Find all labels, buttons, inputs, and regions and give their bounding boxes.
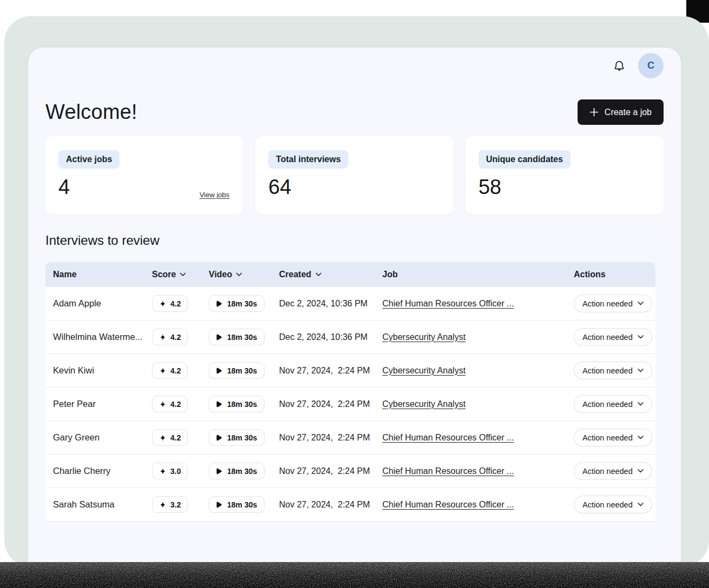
table-row: Charlie Cherry 3.0 18m 30s Nov 27, 2024,…: [45, 455, 655, 488]
column-header-job: Job: [382, 270, 574, 279]
action-needed-dropdown[interactable]: Action needed: [574, 295, 652, 312]
stat-value: 58: [479, 176, 651, 199]
table-row: Adam Apple 4.2 18m 30s Dec 2, 2024, 10:3…: [45, 287, 655, 320]
stat-value: 64: [268, 176, 440, 199]
sparkle-icon: [159, 333, 167, 341]
sparkle-icon: [159, 501, 167, 509]
score-button[interactable]: 4.2: [152, 429, 188, 446]
torn-bottom-edge: [0, 562, 709, 588]
chevron-down-icon: [638, 503, 644, 506]
video-play-button[interactable]: 18m 30s: [209, 429, 264, 446]
action-needed-dropdown[interactable]: Action needed: [574, 328, 652, 346]
job-link[interactable]: Chief Human Resources Officer ...: [382, 500, 514, 510]
column-header-actions: Actions: [574, 270, 655, 279]
stat-card-total-interviews: Total interviews 64: [255, 136, 453, 214]
score-button[interactable]: 4.2: [152, 362, 188, 379]
column-header-name: Name: [45, 270, 152, 279]
candidate-name: Peter Pear: [45, 399, 152, 409]
sparkle-icon: [159, 367, 167, 375]
play-icon: [216, 300, 222, 307]
created-timestamp: Dec 2, 2024, 10:36 PM: [279, 332, 382, 342]
video-play-button[interactable]: 18m 30s: [209, 396, 264, 412]
stat-label-badge: Active jobs: [58, 150, 120, 169]
candidate-name: Gary Green: [45, 432, 152, 443]
action-needed-dropdown[interactable]: Action needed: [574, 496, 652, 513]
score-button[interactable]: 4.2: [152, 329, 188, 345]
view-jobs-link[interactable]: View jobs: [200, 191, 229, 199]
sparkle-icon: [159, 434, 167, 442]
created-timestamp: Nov 27, 2024, 2:24 PM: [279, 399, 382, 409]
column-header-score[interactable]: Score: [152, 270, 209, 279]
score-button[interactable]: 4.2: [152, 295, 188, 312]
video-play-button[interactable]: 18m 30s: [209, 362, 264, 379]
job-link[interactable]: Chief Human Resources Officer ...: [382, 433, 514, 443]
chevron-down-icon: [638, 469, 644, 473]
table-body: Adam Apple 4.2 18m 30s Dec 2, 2024, 10:3…: [45, 287, 655, 522]
video-play-button[interactable]: 18m 30s: [209, 295, 264, 312]
play-icon: [216, 502, 222, 508]
score-button[interactable]: 3.2: [152, 496, 188, 513]
video-play-button[interactable]: 18m 30s: [209, 329, 264, 345]
play-icon: [216, 435, 222, 441]
chevron-down-icon: [638, 369, 644, 372]
job-link[interactable]: Cybersecurity Analyst: [382, 332, 466, 342]
create-job-button[interactable]: Create a job: [578, 99, 664, 125]
action-needed-dropdown[interactable]: Action needed: [574, 462, 652, 480]
table-row: Kevin Kiwi 4.2 18m 30s Nov 27, 2024, 2:2…: [45, 354, 655, 387]
plus-icon: [589, 108, 599, 117]
created-timestamp: Nov 27, 2024, 2:24 PM: [279, 466, 382, 476]
chevron-down-icon: [638, 302, 644, 305]
action-needed-dropdown[interactable]: Action needed: [574, 395, 652, 413]
video-play-button[interactable]: 18m 30s: [209, 463, 264, 479]
sort-chevron-icon: [180, 272, 186, 277]
candidate-name: Wilhelmina Waterme...: [45, 332, 152, 342]
table-row: Peter Pear 4.2 18m 30s Nov 27, 2024, 2:2…: [45, 387, 655, 421]
chevron-down-icon: [638, 335, 644, 339]
column-header-video[interactable]: Video: [209, 270, 279, 279]
stats-row: Active jobs 4 View jobs Total interviews…: [45, 136, 664, 214]
page-header: Welcome! Create a job: [45, 99, 664, 125]
score-button[interactable]: 4.2: [152, 396, 188, 412]
candidate-name: Kevin Kiwi: [45, 365, 152, 376]
play-icon: [216, 368, 222, 374]
sparkle-icon: [159, 300, 167, 308]
table-row: Wilhelmina Waterme... 4.2 18m 30s Dec 2,…: [45, 320, 655, 354]
job-link[interactable]: Chief Human Resources Officer ...: [382, 466, 514, 476]
job-link[interactable]: Cybersecurity Analyst: [382, 366, 466, 376]
interviews-table: Name Score Video Created Job Actions: [45, 262, 655, 522]
video-play-button[interactable]: 18m 30s: [209, 496, 264, 513]
avatar-initial: C: [647, 60, 654, 71]
notifications-button[interactable]: [612, 58, 627, 74]
candidate-name: Charlie Cherry: [45, 466, 152, 476]
stat-label-badge: Total interviews: [268, 150, 348, 169]
table-row: Sarah Satsuma 3.2 18m 30s Nov 27, 2024, …: [45, 488, 655, 522]
created-timestamp: Nov 27, 2024, 2:24 PM: [279, 366, 382, 376]
sort-chevron-icon: [315, 272, 322, 277]
sort-chevron-icon: [236, 272, 242, 277]
main-panel: C Welcome! Create a job Active jobs 4 Vi…: [28, 48, 681, 566]
bell-icon: [613, 59, 626, 72]
stat-label-badge: Unique candidates: [479, 150, 571, 169]
stat-card-unique-candidates: Unique candidates 58: [466, 136, 664, 214]
action-needed-dropdown[interactable]: Action needed: [574, 429, 652, 446]
action-needed-dropdown[interactable]: Action needed: [574, 362, 652, 379]
play-icon: [216, 334, 222, 340]
topbar: C: [45, 53, 664, 78]
job-link[interactable]: Chief Human Resources Officer ...: [382, 299, 514, 309]
create-job-label: Create a job: [605, 108, 652, 117]
chevron-down-icon: [638, 402, 644, 406]
candidate-name: Sarah Satsuma: [45, 499, 152, 510]
sparkle-icon: [159, 400, 167, 408]
table-row: Gary Green 4.2 18m 30s Nov 27, 2024, 2:2…: [45, 421, 655, 455]
job-link[interactable]: Cybersecurity Analyst: [382, 399, 466, 409]
play-icon: [216, 468, 222, 475]
candidate-name: Adam Apple: [45, 298, 152, 309]
sparkle-icon: [159, 467, 167, 475]
user-avatar[interactable]: C: [638, 53, 664, 78]
stat-card-active-jobs: Active jobs 4 View jobs: [45, 136, 243, 214]
column-header-created[interactable]: Created: [279, 270, 382, 279]
score-button[interactable]: 3.0: [152, 463, 188, 479]
page-title: Welcome!: [45, 101, 137, 124]
section-title: Interviews to review: [45, 233, 664, 248]
chevron-down-icon: [638, 436, 644, 439]
